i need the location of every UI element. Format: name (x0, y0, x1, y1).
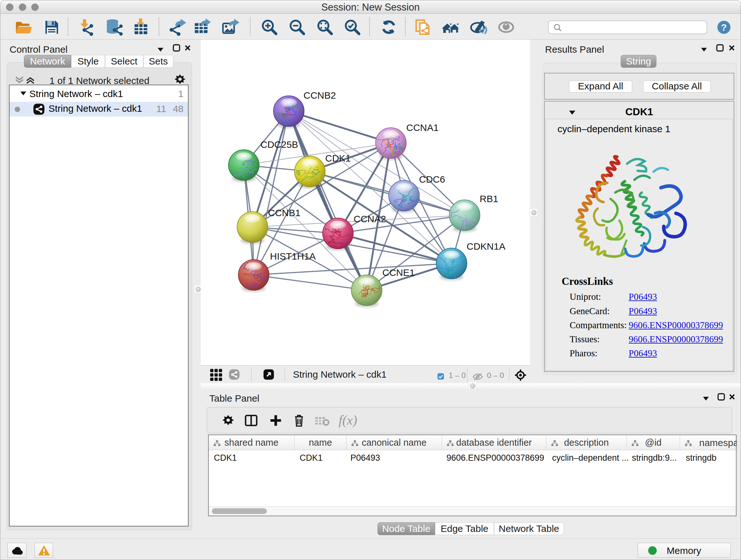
svg-text:CCNB2: CCNB2 (304, 90, 336, 101)
svg-text:CCNA2: CCNA2 (354, 213, 386, 224)
svg-text:RB1: RB1 (480, 193, 498, 204)
svg-text:CCNB1: CCNB1 (268, 207, 300, 218)
svg-text:CDK1: CDK1 (325, 153, 351, 164)
svg-text:CCNE1: CCNE1 (382, 267, 415, 278)
svg-text:CDC25B: CDC25B (260, 139, 298, 150)
svg-text:CCNA1: CCNA1 (406, 122, 439, 133)
svg-text:HIST1H1A: HIST1H1A (270, 251, 316, 261)
svg-text:CDKN1A: CDKN1A (467, 241, 506, 252)
svg-text:CDC6: CDC6 (419, 174, 445, 185)
